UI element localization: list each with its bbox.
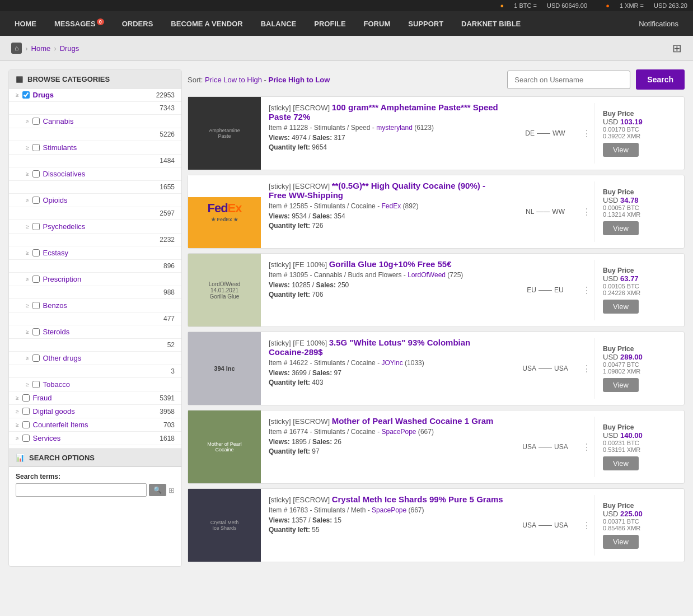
price-usd: USD 289.00 — [603, 353, 643, 361]
nav-balance[interactable]: BALANCE — [252, 12, 306, 36]
category-tobacco-link[interactable]: Tobacco — [43, 380, 70, 389]
vendor-link[interactable]: FedEx — [381, 202, 401, 210]
category-digital-goods-link[interactable]: Digital goods — [33, 407, 75, 416]
search-button[interactable]: Search — [636, 69, 685, 90]
options-icon[interactable]: ⋮ — [579, 520, 594, 531]
vendor-link[interactable]: LordOfWeed — [408, 271, 446, 279]
nav-home[interactable]: HOME — [6, 12, 45, 36]
nav-become-vendor[interactable]: BECOME A VENDOR — [162, 12, 251, 36]
vendor-link[interactable]: mysteryland — [376, 124, 413, 132]
listing-title-link[interactable]: Crystal Meth Ice Shards 99% Pure 5 Grams — [332, 494, 503, 504]
sitemap-icon[interactable]: ⊞ — [672, 41, 682, 55]
category-dissociatives-checkbox[interactable] — [32, 170, 40, 178]
category-prescription-count-row: 896 — [9, 260, 181, 273]
vendor-link[interactable]: SpacePope — [381, 428, 416, 436]
category-stimulants-checkbox[interactable] — [32, 144, 40, 151]
category-fraud-checkbox[interactable] — [22, 394, 30, 402]
sidebar: ▦ BROWSE CATEGORIES ≥ Drugs 22953 7343 ≥… — [8, 69, 182, 567]
nav-profile[interactable]: PROFILE — [305, 12, 354, 36]
vendor-link[interactable]: SpacePope — [372, 506, 406, 514]
breadcrumb-home[interactable]: Home — [31, 44, 51, 53]
home-icon[interactable]: ⌂ — [11, 43, 22, 54]
breadcrumb-bar: ⌂ › Home › Drugs ⊞ — [0, 36, 693, 61]
category-steroids-checkbox[interactable] — [32, 328, 40, 335]
arrow-icon: ≥ — [26, 302, 29, 309]
view-button[interactable]: View — [603, 300, 639, 314]
options-icon[interactable]: ⋮ — [579, 128, 594, 139]
listing-image: 394 Inc — [188, 332, 261, 405]
view-button[interactable]: View — [603, 456, 639, 470]
options-icon[interactable]: ⋮ — [579, 285, 594, 296]
category-stimulants-link[interactable]: Stimulants — [43, 143, 77, 152]
category-digital-goods-checkbox[interactable] — [22, 408, 30, 415]
category-prescription-link[interactable]: Prescription — [43, 275, 82, 283]
category-opioids-link[interactable]: Opioids — [43, 196, 68, 204]
category-tobacco-checkbox[interactable] — [32, 381, 40, 388]
nav-support[interactable]: SUPPORT — [399, 12, 452, 36]
options-icon[interactable]: ⋮ — [579, 363, 594, 374]
username-search-input[interactable] — [507, 71, 630, 89]
category-services-link[interactable]: Services — [33, 434, 61, 442]
category-cannabis-checkbox[interactable] — [32, 118, 40, 125]
nav-darknet-bible[interactable]: DARKNET BIBLE — [452, 12, 530, 36]
breadcrumb-sep2: › — [54, 44, 56, 53]
nav-messages[interactable]: MESSAGES0 — [45, 11, 113, 36]
category-psychedelics-checkbox[interactable] — [32, 223, 40, 230]
sort-sep: - — [264, 76, 269, 84]
listing-card: Mother of PearlCocaine [sticky] [ESCROW]… — [188, 410, 685, 484]
category-counterfeit-items-link[interactable]: Counterfeit Items — [33, 421, 88, 429]
messages-badge: 0 — [97, 18, 104, 25]
category-other-drugs-checkbox[interactable] — [32, 354, 40, 362]
sidebar-search-button[interactable]: 🔍 — [149, 484, 166, 496]
category-tobacco-count-row: 3 — [9, 365, 181, 378]
breadcrumb-current[interactable]: Drugs — [60, 44, 79, 53]
sort-label: Sort: — [188, 76, 203, 84]
options-icon[interactable]: ⋮ — [579, 207, 594, 217]
category-services-checkbox[interactable] — [22, 435, 30, 442]
view-button[interactable]: View — [603, 143, 639, 157]
options-icon[interactable]: ⋮ — [579, 442, 594, 452]
sidebar-search-input[interactable] — [16, 483, 147, 497]
search-options-body: Search terms: 🔍 ⊞ — [9, 467, 181, 502]
category-steroids-link[interactable]: Steroids — [43, 328, 70, 336]
category-stimulants-count-row: 5226 — [9, 128, 181, 141]
view-button[interactable]: View — [603, 378, 639, 392]
nav-forum[interactable]: FORUM — [355, 12, 400, 36]
price-usd: USD 225.00 — [603, 510, 643, 518]
nav-notifications[interactable]: Notifications — [630, 12, 687, 36]
listing-image: FedEx ★ FedEx ★ — [188, 175, 261, 248]
category-ecstasy-link[interactable]: Ecstasy — [43, 249, 69, 257]
category-counterfeit-items-checkbox[interactable] — [22, 421, 30, 428]
category-other-drugs-link[interactable]: Other drugs — [43, 354, 82, 362]
listing-prefix: [sticky] [ESCROW] — [269, 104, 330, 112]
category-opioids-checkbox[interactable] — [32, 197, 40, 204]
listing-price-col: Buy Price USD 289.00 0.00477 BTC 1.09802… — [594, 338, 684, 399]
category-dissociatives-link[interactable]: Dissociatives — [43, 170, 86, 178]
category-benzos-checkbox[interactable] — [32, 302, 40, 309]
browse-categories-title: ▦ BROWSE CATEGORIES — [9, 70, 181, 88]
category-digital-goods-count: 3958 — [160, 408, 175, 416]
view-button[interactable]: View — [603, 221, 639, 235]
category-benzos-link[interactable]: Benzos — [43, 301, 67, 310]
category-psychedelics-count-row: 2597 — [9, 207, 181, 220]
category-fraud-link[interactable]: Fraud — [33, 394, 52, 402]
sort-price-low-to-high[interactable]: Price Low to High — [205, 76, 262, 84]
listing-price-col: Buy Price USD 140.00 0.00231 BTC 0.53191… — [594, 417, 684, 477]
view-button[interactable]: View — [603, 535, 639, 549]
sort-price-high-to-low[interactable]: Price High to Low — [269, 76, 330, 84]
listing-title-link[interactable]: Mother of Pearl Washed Cocaine 1 Gram — [332, 416, 494, 426]
main-container: ▦ BROWSE CATEGORIES ≥ Drugs 22953 7343 ≥… — [0, 61, 693, 575]
listing-price-col: Buy Price USD 103.19 0.00170 BTC 0.39202… — [594, 103, 684, 164]
listing-right-section: USA —— USA ⋮ Buy Price USD 140.00 0.0023… — [512, 410, 684, 483]
category-cannabis-link[interactable]: Cannabis — [43, 117, 74, 125]
category-ecstasy-checkbox[interactable] — [32, 249, 40, 256]
category-psychedelics-link[interactable]: Psychedelics — [43, 222, 86, 231]
nav-orders[interactable]: ORDERS — [113, 12, 162, 36]
listing-title-link[interactable]: Gorilla Glue 10g+10% Free 55€ — [329, 259, 452, 269]
category-drugs-checkbox[interactable] — [22, 91, 30, 99]
listing-qty: Quantity left: 55 — [269, 526, 504, 534]
category-drugs-link[interactable]: Drugs — [33, 91, 54, 99]
vendor-link[interactable]: JOYinc — [381, 359, 402, 367]
category-prescription-checkbox[interactable] — [32, 276, 40, 283]
listing-route: USA —— USA — [512, 365, 579, 372]
